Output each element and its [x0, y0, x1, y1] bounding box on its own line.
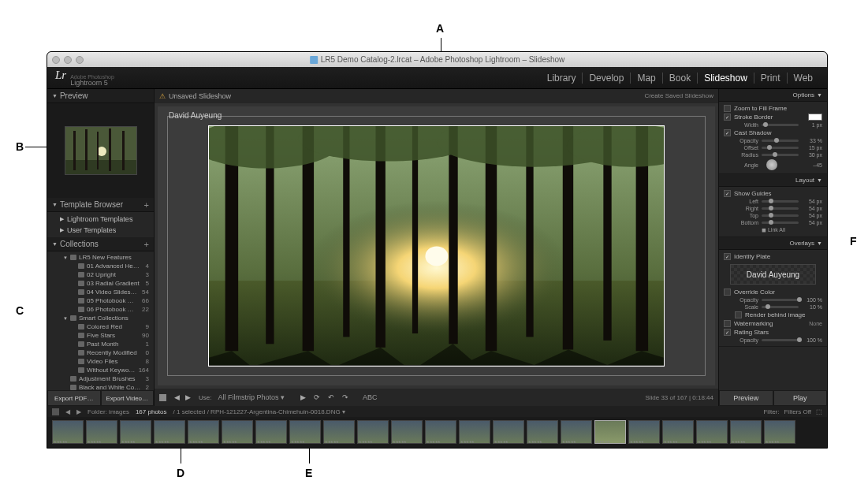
overlays-panel-header[interactable]: Overlays▼ [719, 237, 827, 250]
filmstrip-thumbnail[interactable] [86, 420, 117, 444]
collection-item[interactable]: 02 Upright3 [47, 270, 154, 279]
template-browser-header[interactable]: ▼ Template Browser + [47, 198, 154, 212]
collection-item[interactable]: 01 Advanced He…4 [47, 262, 154, 270]
filmstrip-thumbnail[interactable] [255, 420, 287, 444]
margin-right-slider[interactable]: Right54 px [724, 205, 822, 212]
export-video-button[interactable]: Export Video… [101, 390, 155, 406]
filmstrip-thumbnail[interactable] [154, 420, 185, 444]
filmstrip-thumbnail[interactable] [323, 420, 355, 444]
module-slideshow[interactable]: Slideshow [698, 73, 754, 84]
module-library[interactable]: Library [541, 73, 583, 84]
nav-back-icon[interactable]: ◀ [65, 408, 70, 415]
stroke-border-checkbox[interactable]: ✓Stroke Border [724, 113, 822, 121]
collection-item[interactable]: ▼LR5 New Features [47, 253, 154, 262]
margin-top-slider[interactable]: Top54 px [724, 212, 822, 219]
filmstrip-thumbnail[interactable] [561, 420, 592, 444]
module-web[interactable]: Web [788, 73, 819, 84]
collection-item[interactable]: Recently Modified0 [47, 348, 154, 357]
preview-panel-header[interactable]: ▼ Preview [47, 89, 154, 103]
watermarking-checkbox[interactable]: WatermarkingNone [724, 319, 822, 328]
collection-item[interactable]: 04 Video Slideshow54 [47, 288, 154, 296]
template-folder[interactable]: ▶Lightroom Templates [47, 214, 154, 225]
filmstrip-thumbnail[interactable] [696, 420, 728, 444]
shadow-offset-slider[interactable]: Offset15 px [724, 144, 822, 151]
collection-item[interactable]: Past Month1 [47, 340, 154, 348]
filmstrip-thumbnail[interactable] [594, 420, 626, 444]
nav-fwd-icon[interactable]: ▶ [76, 408, 81, 415]
add-template-icon[interactable]: + [144, 200, 149, 210]
filmstrip-thumbnail[interactable] [222, 420, 253, 444]
collection-item[interactable]: 06 Photobook …22 [47, 305, 154, 314]
module-print[interactable]: Print [754, 73, 788, 84]
folder-breadcrumb[interactable]: Folder: images [88, 408, 129, 415]
collection-item[interactable]: Five Stars90 [47, 331, 154, 340]
rating-stars-checkbox[interactable]: ✓Rating Stars [724, 328, 822, 337]
collection-item[interactable]: Adjustment Brushes3 [47, 374, 154, 383]
filmstrip-thumbnail[interactable] [289, 420, 321, 444]
shadow-radius-slider[interactable]: Radius30 px [724, 151, 822, 158]
filmstrip-thumbnail[interactable] [527, 420, 558, 444]
preview-button[interactable]: Preview [719, 390, 773, 406]
use-dropdown[interactable]: All Filmstrip Photos ▾ [218, 393, 285, 401]
override-color-checkbox[interactable]: Override Color [724, 288, 822, 296]
module-book[interactable]: Book [663, 73, 698, 84]
stroke-color-swatch[interactable] [808, 114, 822, 121]
collection-item[interactable]: 03 Radial Gradient5 [47, 279, 154, 288]
filmstrip-thumbnail[interactable] [662, 420, 694, 444]
margin-bottom-slider[interactable]: Bottom54 px [724, 219, 822, 226]
filmstrip[interactable] [47, 417, 827, 447]
zoom-to-fill-checkbox[interactable]: Zoom to Fill Frame [724, 104, 822, 113]
collection-item[interactable]: Without Keywords164 [47, 366, 154, 374]
filmstrip-thumbnail[interactable] [764, 420, 795, 444]
filmstrip-thumbnail[interactable] [120, 420, 151, 444]
filmstrip-thumbnail[interactable] [52, 420, 84, 444]
identity-plate-checkbox[interactable]: ✓Identity Plate [724, 252, 822, 261]
filmstrip-thumbnail[interactable] [493, 420, 524, 444]
filmstrip-thumbnail[interactable] [459, 420, 490, 444]
filter-lock-icon[interactable]: ⬚ [816, 408, 822, 415]
filmstrip-thumbnail[interactable] [628, 420, 660, 444]
collection-item[interactable]: 05 Photobook …66 [47, 296, 154, 305]
collection-item[interactable]: Colored Red9 [47, 322, 154, 331]
margin-left-slider[interactable]: Left54 px [724, 198, 822, 205]
shadow-opacity-slider[interactable]: Opacity33 % [724, 137, 822, 144]
create-saved-slideshow-button[interactable]: Create Saved Slideshow [644, 92, 713, 99]
rotate-ccw-icon[interactable]: ↶ [326, 393, 336, 401]
show-guides-checkbox[interactable]: ✓Show Guides [724, 189, 822, 198]
filters-off-dropdown[interactable]: Filters Off [784, 408, 811, 415]
export-pdf-button[interactable]: Export PDF… [47, 390, 101, 406]
collection-item[interactable]: Video Files8 [47, 357, 154, 366]
options-panel-header[interactable]: Options▼ [719, 89, 827, 102]
rotate-cw-icon[interactable]: ↷ [341, 393, 350, 401]
collection-item[interactable]: Black and White Con…2 [47, 383, 154, 390]
stop-button[interactable] [159, 394, 166, 401]
render-behind-checkbox[interactable]: Render behind image [724, 311, 822, 319]
collections-header[interactable]: ▼ Collections + [47, 237, 154, 251]
link-all-checkbox[interactable]: ◼ Link All [724, 226, 822, 234]
add-collection-icon[interactable]: + [144, 240, 149, 249]
filmstrip-thumbnail[interactable] [730, 420, 762, 444]
text-overlay-button[interactable]: ABC [363, 393, 378, 401]
traffic-lights[interactable] [52, 56, 84, 64]
module-map[interactable]: Map [631, 73, 662, 84]
identity-opacity-slider[interactable]: Opacity100 % [724, 296, 822, 303]
next-slide-button[interactable]: ▶ [184, 393, 192, 401]
collection-item[interactable]: ▼Smart Collections [47, 314, 154, 322]
shadow-angle-control[interactable]: Angle–45 [724, 158, 822, 171]
filmstrip-thumbnail[interactable] [391, 420, 423, 444]
prev-slide-button[interactable]: ◀ [173, 393, 181, 401]
play-slideshow-button[interactable]: Play [773, 390, 828, 406]
rating-opacity-slider[interactable]: Opacity100 % [724, 337, 822, 344]
filmstrip-thumbnail[interactable] [188, 420, 219, 444]
filmstrip-thumbnail[interactable] [425, 420, 456, 444]
stroke-width-slider[interactable]: Width1 px [724, 121, 822, 128]
loop-icon[interactable]: ⟳ [312, 393, 322, 401]
identity-plate-preview[interactable]: David Auyeung [730, 264, 816, 285]
module-develop[interactable]: Develop [583, 73, 631, 84]
layout-panel-header[interactable]: Layout▼ [719, 174, 827, 187]
angle-dial-icon[interactable] [766, 159, 777, 170]
template-folder[interactable]: ▶User Templates [47, 225, 154, 236]
play-button[interactable]: ▶ [299, 393, 307, 401]
filmstrip-thumbnail[interactable] [357, 420, 389, 444]
cast-shadow-checkbox[interactable]: ✓Cast Shadow [724, 128, 822, 137]
